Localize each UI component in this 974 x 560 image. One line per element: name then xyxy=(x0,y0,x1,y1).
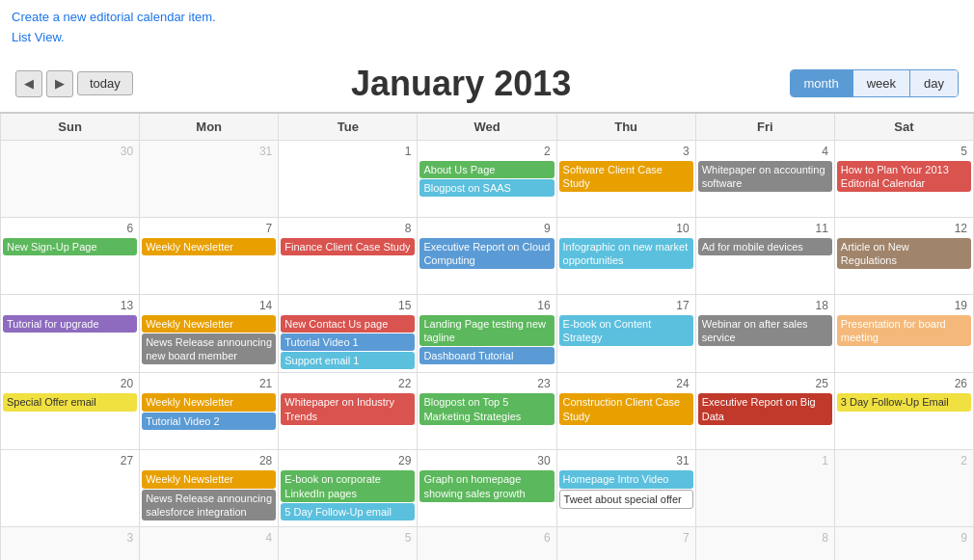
calendar-day: 5 xyxy=(279,527,418,560)
day-number: 10 xyxy=(559,220,693,237)
calendar-event[interactable]: Blogpost on Top 5 Marketing Strategies xyxy=(419,393,554,425)
day-number: 12 xyxy=(837,220,971,237)
weekday-header: Mon xyxy=(140,113,279,141)
calendar-event[interactable]: Support email 1 xyxy=(281,352,415,369)
calendar-event[interactable]: Weekly Newsletter xyxy=(142,315,276,333)
calendar-week: 6New Sign-Up Page7Weekly Newsletter8Fina… xyxy=(1,217,974,294)
today-button[interactable]: today xyxy=(77,71,133,95)
calendar-day: 23Blogpost on Top 5 Marketing Strategies xyxy=(418,373,556,450)
calendar-event[interactable]: How to Plan Your 2013 Editorial Calendar xyxy=(837,161,971,193)
create-link[interactable]: Create a new editorial calendar item. xyxy=(12,8,962,28)
calendar-event[interactable]: Landing Page testing new tagline xyxy=(419,315,554,347)
calendar-day: 2About Us PageBlogpost on SAAS xyxy=(418,140,556,217)
weekday-header: Wed xyxy=(418,113,556,141)
calendar-event[interactable]: News Release announcing new board member xyxy=(142,333,276,365)
day-number: 16 xyxy=(419,297,554,314)
day-number: 15 xyxy=(281,297,415,314)
calendar-event[interactable]: Presentation for board meeting xyxy=(837,315,971,347)
day-number: 31 xyxy=(559,452,693,469)
calendar-event[interactable]: New Sign-Up Page xyxy=(3,238,137,255)
calendar-week: 303112About Us PageBlogpost on SAAS3Soft… xyxy=(1,140,974,217)
calendar-event[interactable]: Tutorial Video 1 xyxy=(281,333,415,351)
day-number: 8 xyxy=(281,220,415,237)
calendar-day: 3Software Client Case Study xyxy=(556,140,695,217)
day-number: 5 xyxy=(281,529,415,547)
calendar-week: 3456789 xyxy=(1,527,974,560)
calendar-header: ◀ ▶ today January 2013 month week day xyxy=(0,56,974,112)
day-number: 17 xyxy=(559,297,693,314)
calendar-day: 30 xyxy=(1,140,140,217)
calendar-event[interactable]: About Us Page xyxy=(419,161,554,178)
calendar-week: 13Tutorial for upgrade14Weekly Newslette… xyxy=(1,294,974,373)
calendar-event[interactable]: Tweet about special offer xyxy=(559,490,693,509)
month-view-button[interactable]: month xyxy=(791,70,853,96)
day-number: 5 xyxy=(837,143,971,160)
month-title: January 2013 xyxy=(351,64,571,104)
calendar-day: 6New Sign-Up Page xyxy=(1,217,140,294)
calendar-event[interactable]: Ad for mobile devices xyxy=(698,238,832,255)
calendar-day: 15New Contact Us pageTutorial Video 1Sup… xyxy=(279,294,418,373)
calendar-event[interactable]: 5 Day Follow-Up email xyxy=(281,503,415,520)
calendar-event[interactable]: E-book on corporate LinkedIn pages xyxy=(281,470,415,502)
calendar-day: 3 xyxy=(1,527,140,560)
day-number: 30 xyxy=(3,143,137,160)
calendar-event[interactable]: Construction Client Case Study xyxy=(559,393,693,425)
calendar-event[interactable]: Dashboard Tutorial xyxy=(419,347,554,364)
day-number: 2 xyxy=(837,452,971,469)
day-number: 20 xyxy=(3,375,137,392)
calendar-event[interactable]: Blogpost on SAAS xyxy=(419,179,554,197)
calendar-event[interactable]: Special Offer email xyxy=(3,393,137,411)
calendar-event[interactable]: New Contact Us page xyxy=(281,315,415,333)
day-number: 6 xyxy=(3,220,137,237)
day-number: 28 xyxy=(142,452,276,469)
calendar-event[interactable]: Executive Report on Cloud Computing xyxy=(419,238,554,270)
calendar-day: 7 xyxy=(556,527,695,560)
calendar-event[interactable]: Weekly Newsletter xyxy=(142,393,276,411)
calendar-event[interactable]: Software Client Case Study xyxy=(559,161,693,193)
calendar-day: 29E-book on corporate LinkedIn pages5 Da… xyxy=(279,450,418,527)
day-number: 6 xyxy=(419,529,554,547)
calendar-day: 25Executive Report on Big Data xyxy=(695,373,834,450)
calendar-body: 303112About Us PageBlogpost on SAAS3Soft… xyxy=(1,140,974,560)
day-number: 21 xyxy=(142,375,276,392)
calendar-day: 28Weekly NewsletterNews Release announci… xyxy=(140,450,279,527)
calendar-day: 9Executive Report on Cloud Computing xyxy=(418,217,556,294)
calendar-event[interactable]: Executive Report on Big Data xyxy=(698,393,832,425)
calendar-event[interactable]: E-book on Content Strategy xyxy=(559,315,693,347)
calendar-event[interactable]: Homepage Intro Video xyxy=(559,470,693,488)
calendar-event[interactable]: Weekly Newsletter xyxy=(142,238,276,255)
calendar-event[interactable]: Webinar on after sales service xyxy=(698,315,832,347)
calendar-day: 27 xyxy=(1,450,140,527)
day-number: 1 xyxy=(698,452,832,469)
calendar-event[interactable]: Finance Client Case Study xyxy=(281,238,415,255)
calendar-event[interactable]: Article on New Regulations xyxy=(837,238,971,270)
calendar-day: 30Graph on homepage showing sales growth xyxy=(418,450,556,527)
list-view-link[interactable]: List View. xyxy=(12,28,962,48)
next-button[interactable]: ▶ xyxy=(46,70,73,97)
calendar-event[interactable]: Infographic on new market opportunities xyxy=(559,238,693,270)
calendar-event[interactable]: 3 Day Follow-Up Email xyxy=(837,393,971,411)
calendar-day: 5How to Plan Your 2013 Editorial Calenda… xyxy=(834,140,973,217)
day-view-button[interactable]: day xyxy=(910,70,958,96)
day-number: 4 xyxy=(698,143,832,160)
week-view-button[interactable]: week xyxy=(853,70,910,96)
calendar-week: 20Special Offer email21Weekly Newsletter… xyxy=(1,373,974,450)
calendar-event[interactable]: Weekly Newsletter xyxy=(142,470,276,488)
calendar-day: 16Landing Page testing new taglineDashbo… xyxy=(418,294,556,373)
calendar-event[interactable]: Tutorial for upgrade xyxy=(3,315,137,333)
calendar-event[interactable]: News Release announcing salesforce integ… xyxy=(142,490,276,521)
calendar-event[interactable]: Tutorial Video 2 xyxy=(142,413,276,430)
weekday-header: Sun xyxy=(1,113,140,141)
calendar-event[interactable]: Graph on homepage showing sales growth xyxy=(419,470,554,502)
day-number: 4 xyxy=(142,529,276,547)
prev-button[interactable]: ◀ xyxy=(15,70,42,97)
calendar-day: 31 xyxy=(140,140,279,217)
calendar-event[interactable]: Whitepaper on Industry Trends xyxy=(281,393,415,425)
calendar-day: 14Weekly NewsletterNews Release announci… xyxy=(140,294,279,373)
day-number: 14 xyxy=(142,297,276,314)
calendar-day: 22Whitepaper on Industry Trends xyxy=(279,373,418,450)
day-number: 8 xyxy=(698,529,832,547)
day-number: 26 xyxy=(837,375,971,392)
day-number: 30 xyxy=(419,452,554,469)
calendar-event[interactable]: Whitepaper on accounting software xyxy=(698,161,832,193)
